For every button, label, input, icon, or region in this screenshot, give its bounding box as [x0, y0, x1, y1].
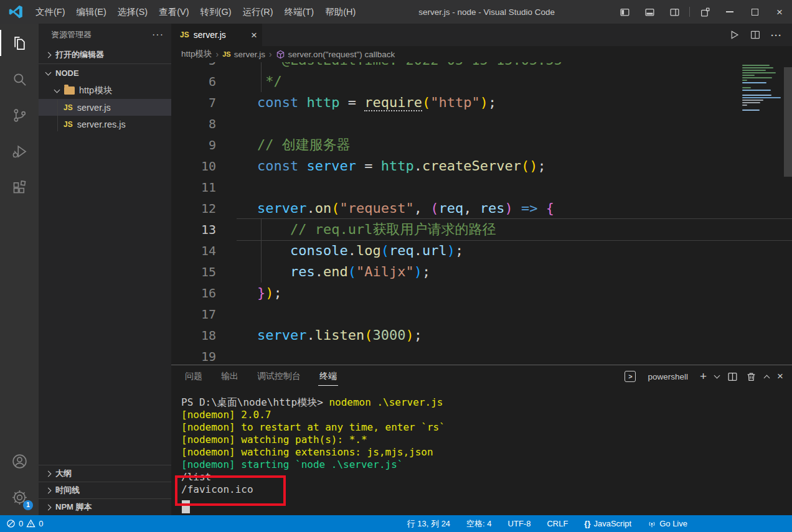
code-line[interactable]: 11	[171, 177, 792, 198]
breadcrumb-item[interactable]: server.on("request") callback	[276, 50, 395, 59]
window-controls: ×	[612, 0, 792, 24]
sidebar-section[interactable]: 大纲	[39, 465, 171, 482]
code-line[interactable]: 8	[171, 113, 792, 134]
code-token: (	[381, 243, 389, 258]
section-workspace[interactable]: NODE	[39, 64, 171, 82]
line-number: 13	[171, 219, 216, 240]
code-line[interactable]: 9// 创建服务器	[171, 134, 792, 156]
toggle-sidebar-icon[interactable]	[612, 0, 637, 24]
minimap[interactable]	[742, 65, 782, 114]
code-token: (	[348, 264, 356, 279]
code-token: ;	[455, 243, 463, 258]
code-line[interactable]: 16});	[171, 282, 792, 304]
menu-item[interactable]: 终端(T)	[279, 0, 320, 24]
minimap-line	[742, 92, 782, 93]
split-terminal-icon[interactable]	[727, 371, 738, 382]
tree-item[interactable]: JSserver.js	[39, 99, 171, 116]
source-control-icon[interactable]	[0, 97, 39, 133]
menu-item[interactable]: 编辑(E)	[71, 0, 112, 24]
problems-status[interactable]: 0 0	[6, 519, 43, 528]
code-token: on	[315, 200, 332, 216]
toggle-panel-icon[interactable]	[637, 0, 662, 24]
tree-item[interactable]: http模块	[39, 82, 171, 99]
status-item[interactable]: {}JavaScript	[584, 519, 631, 528]
code-line[interactable]: 15 res.end("Ailjx");	[171, 261, 792, 282]
code-line[interactable]: 17	[171, 304, 792, 325]
code-line[interactable]: 10const server = http.createServer();	[171, 156, 792, 177]
section-open-editors[interactable]: 打开的编辑器	[39, 46, 171, 64]
minimap-line	[742, 97, 781, 98]
panel-tab[interactable]: 终端	[318, 367, 338, 386]
code-token: (	[422, 95, 430, 110]
menu-item[interactable]: 帮助(H)	[319, 0, 361, 24]
status-item[interactable]: 空格: 4	[466, 518, 491, 530]
toggle-secondary-sidebar-icon[interactable]	[662, 0, 687, 24]
code-editor[interactable]: 5 * @LastEditTime: 2022-05-15 15:05:556 …	[171, 62, 792, 365]
terminal[interactable]: PS D:\桌面\node\http模块> nodemon .\server.j…	[171, 388, 792, 515]
maximize-button[interactable]	[742, 0, 767, 24]
explorer-icon[interactable]	[0, 25, 39, 61]
status-item[interactable]: Go Live	[648, 519, 687, 528]
status-item[interactable]: CRLF	[547, 519, 568, 528]
code-line[interactable]: 19	[171, 346, 792, 365]
code-line[interactable]: 14 console.log(req.url);	[171, 240, 792, 261]
maximize-panel-icon[interactable]	[764, 375, 770, 381]
menu-item[interactable]: 查看(V)	[153, 0, 194, 24]
status-item-label: 空格: 4	[466, 518, 491, 530]
status-item[interactable]: 行 13, 列 24	[407, 518, 450, 530]
code-line[interactable]: 18server.listen(3000);	[171, 325, 792, 346]
tree-item[interactable]: JSserver.res.js	[39, 116, 171, 133]
run-file-icon[interactable]	[728, 29, 740, 40]
breadcrumb-item[interactable]: JS server.js	[222, 50, 265, 59]
kill-terminal-icon[interactable]	[746, 371, 757, 382]
tab-close-icon[interactable]: ×	[251, 30, 257, 40]
code-token: )	[480, 95, 488, 110]
settings-gear-icon[interactable]: 1	[0, 479, 39, 515]
more-actions-icon[interactable]: ···	[152, 29, 164, 40]
section-label: 时间线	[55, 485, 80, 496]
code-token	[513, 200, 521, 216]
minimap-line	[742, 67, 773, 68]
code-token: 3000	[372, 327, 405, 343]
search-icon[interactable]	[0, 61, 39, 97]
breadcrumb-item[interactable]: http模块	[181, 49, 212, 60]
split-editor-icon[interactable]	[750, 29, 761, 40]
status-item[interactable]: UTF-8	[508, 519, 531, 528]
tree-item-label: http模块	[79, 85, 112, 96]
code-token: // 创建服务器	[257, 137, 351, 152]
sidebar-section[interactable]: 时间线	[39, 482, 171, 498]
shell-name[interactable]: powershell	[648, 372, 688, 381]
close-button[interactable]: ×	[767, 0, 792, 24]
menu-item[interactable]: 选择(S)	[112, 0, 153, 24]
code-line[interactable]: 6 */	[171, 71, 792, 92]
code-line[interactable]: 7const http = require("http");	[171, 92, 792, 113]
account-icon[interactable]	[0, 443, 39, 479]
extensions-icon[interactable]	[0, 169, 39, 205]
minimap-line	[742, 110, 760, 111]
code-line[interactable]: 12server.on("request", (req, res) => {	[171, 198, 792, 219]
tab-server-js[interactable]: JS server.js ×	[171, 24, 263, 46]
more-actions-icon[interactable]: ···	[771, 30, 782, 40]
menu-item[interactable]: 运行(R)	[237, 0, 278, 24]
editor-scrollbar[interactable]	[784, 67, 792, 177]
terminal-dropdown-icon[interactable]	[714, 372, 720, 378]
minimap-line	[742, 65, 770, 66]
status-item-label: CRLF	[547, 519, 568, 528]
close-panel-icon[interactable]: ×	[777, 370, 783, 383]
new-terminal-icon[interactable]: +	[700, 370, 707, 383]
run-debug-icon[interactable]	[0, 133, 39, 169]
sidebar-section[interactable]: NPM 脚本	[39, 498, 171, 515]
line-number: 12	[171, 198, 216, 219]
code-token: "request"	[339, 200, 413, 216]
panel-tab[interactable]: 调试控制台	[256, 367, 302, 386]
minimize-button[interactable]	[717, 0, 742, 24]
code-line[interactable]: 5 * @LastEditTime: 2022-05-15 15:05:55	[171, 62, 792, 71]
code-token: const	[257, 158, 298, 174]
panel-tab[interactable]: 输出	[220, 367, 240, 386]
menu-item[interactable]: 文件(F)	[30, 0, 71, 24]
code-token	[298, 158, 306, 174]
panel-tab[interactable]: 问题	[184, 367, 204, 386]
code-line[interactable]: 13 // req.url获取用户请求的路径	[171, 219, 792, 240]
menu-item[interactable]: 转到(G)	[195, 0, 237, 24]
customize-layout-icon[interactable]	[692, 0, 717, 24]
